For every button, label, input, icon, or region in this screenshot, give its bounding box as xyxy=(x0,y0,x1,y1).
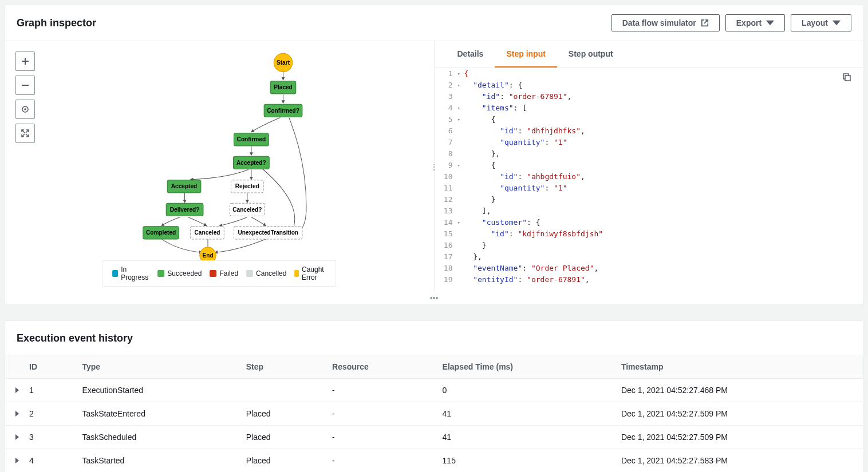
table-row[interactable]: 4TaskStartedPlaced-115Dec 1, 2021 04:52:… xyxy=(5,449,863,473)
graph-controls xyxy=(15,51,35,143)
svg-rect-12 xyxy=(167,180,201,193)
cell-type: TaskStateEntered xyxy=(73,402,236,426)
svg-rect-8 xyxy=(234,133,269,146)
code-line[interactable]: 4▾ "items": [ xyxy=(435,102,863,114)
graph-pane[interactable]: Start Placed Confirmed? Confirmed Accept… xyxy=(5,41,435,292)
svg-rect-14 xyxy=(231,180,263,193)
svg-rect-4 xyxy=(270,81,296,94)
tab-step-output[interactable]: Step output xyxy=(557,41,625,68)
cell-timestamp: Dec 1, 2021 04:52:27.468 PM xyxy=(612,379,863,402)
zoom-in-button[interactable] xyxy=(15,51,35,71)
code-line[interactable]: 12 } xyxy=(435,194,863,205)
legend-swatch xyxy=(294,270,299,277)
panel-header: Graph inspector Data flow simulator Expo… xyxy=(5,5,863,41)
code-line[interactable]: 6 "id": "dhfhjdhfks", xyxy=(435,125,863,137)
chart-svg: Start Placed Confirmed? Confirmed Accept… xyxy=(5,41,434,292)
export-button[interactable]: Export xyxy=(725,14,785,31)
cell-timestamp: Dec 1, 2021 04:52:27.583 PM xyxy=(612,449,863,473)
code-line[interactable]: 18 "eventName": "Order Placed", xyxy=(435,263,863,274)
target-icon xyxy=(21,105,30,114)
cell-elapsed: 41 xyxy=(433,402,612,426)
code-line[interactable]: 13 ], xyxy=(435,205,863,217)
caret-right-icon xyxy=(14,411,20,417)
legend-in-progress: In Progress xyxy=(112,265,149,281)
col-type[interactable]: Type xyxy=(73,355,236,379)
code-line[interactable]: 2▾ "detail": { xyxy=(435,80,863,91)
history-table: ID Type Step Resource Elapsed Time (ms) … xyxy=(5,355,863,472)
code-line[interactable]: 16 } xyxy=(435,240,863,251)
data-flow-simulator-button[interactable]: Data flow simulator xyxy=(611,14,720,31)
code-line[interactable]: 14▾ "customer": { xyxy=(435,217,863,228)
cell-type: ExecutionStarted xyxy=(73,379,236,402)
svg-point-1 xyxy=(25,109,26,110)
col-id[interactable]: ID xyxy=(20,355,73,379)
cell-step: Placed xyxy=(237,402,323,426)
code-line[interactable]: 9▾ { xyxy=(435,160,863,171)
plus-icon xyxy=(21,57,30,66)
header-buttons: Data flow simulator Export Layout xyxy=(611,14,851,31)
code-line[interactable]: 11 "quantity": "1" xyxy=(435,183,863,194)
button-label: Export xyxy=(736,18,762,27)
cell-type: TaskScheduled xyxy=(73,426,236,449)
expand-icon xyxy=(21,129,30,138)
horizontal-splitter[interactable]: ••• xyxy=(5,292,863,304)
cell-timestamp: Dec 1, 2021 04:52:27.509 PM xyxy=(612,402,863,426)
cell-id: 2 xyxy=(20,402,73,426)
expand-toggle[interactable] xyxy=(5,402,20,426)
col-resource[interactable]: Resource xyxy=(323,355,433,379)
legend-failed: Failed xyxy=(210,269,238,277)
cell-id: 4 xyxy=(20,449,73,473)
cell-timestamp: Dec 1, 2021 04:52:27.509 PM xyxy=(612,426,863,449)
col-elapsed[interactable]: Elapsed Time (ms) xyxy=(433,355,612,379)
cell-resource: - xyxy=(323,402,433,426)
graph-inspector-panel: Graph inspector Data flow simulator Expo… xyxy=(5,5,863,304)
legend-caught-error: Caught Error xyxy=(294,265,326,281)
expand-toggle[interactable] xyxy=(5,379,20,402)
expand-toggle[interactable] xyxy=(5,426,20,449)
code-line[interactable]: 19 "entityId": "order-67891", xyxy=(435,274,863,285)
code-line[interactable]: 15 "id": "kdjfniwyf8sbfdjsh" xyxy=(435,228,863,240)
expand-toggle[interactable] xyxy=(5,449,20,473)
history-title: Execution event history xyxy=(5,321,863,355)
svg-rect-6 xyxy=(264,104,302,117)
code-line[interactable]: 3 "id": "order-67891", xyxy=(435,91,863,102)
fullscreen-button[interactable] xyxy=(15,124,35,143)
code-line[interactable]: 17 }, xyxy=(435,251,863,263)
layout-button[interactable]: Layout xyxy=(791,14,851,31)
legend-succeeded: Succeeded xyxy=(157,269,202,277)
table-row[interactable]: 1ExecutionStarted-0Dec 1, 2021 04:52:27.… xyxy=(5,379,863,402)
zoom-out-button[interactable] xyxy=(15,76,35,95)
vertical-splitter[interactable]: ⋮ xyxy=(431,156,437,179)
minus-icon xyxy=(21,81,30,90)
graph-canvas[interactable]: Start Placed Confirmed? Confirmed Accept… xyxy=(5,41,434,292)
legend-swatch xyxy=(210,270,216,277)
code-line[interactable]: 10 "id": "ahbgdtfuio", xyxy=(435,171,863,183)
col-timestamp[interactable]: Timestamp xyxy=(612,355,863,379)
svg-rect-28 xyxy=(845,76,850,81)
code-tabs: Details Step input Step output xyxy=(435,41,863,68)
col-step[interactable]: Step xyxy=(237,355,323,379)
caret-right-icon xyxy=(14,458,20,463)
center-button[interactable] xyxy=(15,100,35,119)
cell-id: 1 xyxy=(20,379,73,402)
code-line[interactable]: 5▾ { xyxy=(435,114,863,125)
tab-step-input[interactable]: Step input xyxy=(495,41,557,68)
tab-details[interactable]: Details xyxy=(446,41,495,68)
cell-resource: - xyxy=(323,426,433,449)
svg-rect-22 xyxy=(191,227,224,239)
json-editor[interactable]: 1▾{2▾ "detail": {3 "id": "order-67891",4… xyxy=(435,68,863,292)
copy-icon xyxy=(842,73,851,82)
code-line[interactable]: 8 }, xyxy=(435,148,863,160)
copy-button[interactable] xyxy=(842,73,851,84)
code-line[interactable]: 1▾{ xyxy=(435,68,863,80)
table-row[interactable]: 3TaskScheduledPlaced-41Dec 1, 2021 04:52… xyxy=(5,426,863,449)
cell-step xyxy=(237,379,323,402)
code-line[interactable]: 7 "quantity": "1" xyxy=(435,137,863,148)
inspector-body: Start Placed Confirmed? Confirmed Accept… xyxy=(5,41,863,292)
table-row[interactable]: 2TaskStateEnteredPlaced-41Dec 1, 2021 04… xyxy=(5,402,863,426)
caret-down-icon xyxy=(833,19,841,27)
graph-legend: In Progress Succeeded Failed Cancelled C… xyxy=(102,260,336,287)
svg-point-2 xyxy=(274,53,292,72)
svg-rect-20 xyxy=(143,227,179,239)
svg-rect-24 xyxy=(234,227,302,239)
